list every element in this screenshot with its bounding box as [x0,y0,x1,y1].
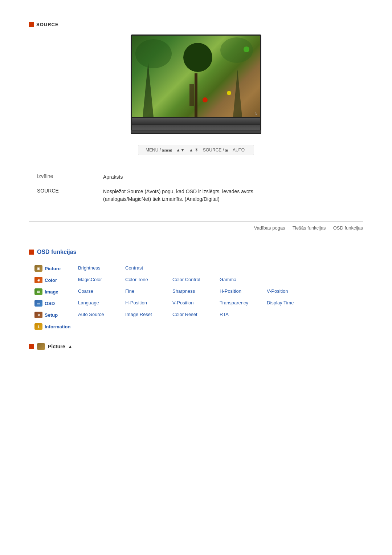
menu-cell-imagereset[interactable]: Image Reset [123,309,171,321]
vposition-img-link[interactable]: V-Position [267,288,288,294]
rta-link[interactable]: RTA [220,312,229,317]
setup-label: Setup [45,312,58,318]
menu-cell-contrast[interactable]: Contrast [123,263,171,274]
menu-cell-info-empty-3 [171,321,218,332]
colortone-link[interactable]: Color Tone [125,277,148,282]
colorcontrol-link[interactable]: Color Control [172,277,200,282]
monitor-base-bar [131,118,261,125]
ctrl-auto: AUTO [233,147,245,153]
menu-cell-info-empty-2 [123,321,171,332]
pic-nav-arrow: ▲ [68,344,72,349]
nav-divider-container: Vadības pogas Tiešās funkcijas OSD funkc… [29,221,363,231]
colorreset-link[interactable]: Color Reset [172,312,197,317]
menu-cell-gamma[interactable]: Gamma [218,274,265,286]
menu-cell-colorcontrol[interactable]: Color Control [171,274,218,286]
menu-cell-vposition-osd[interactable]: V-Position [171,297,218,309]
menu-cell-sharpness[interactable]: Sharpness [171,286,218,297]
hposition-osd-link[interactable]: H-Position [125,300,147,305]
pic-nav-source-icon [29,344,34,349]
menu-category-color[interactable]: ◉ Color [33,274,76,286]
osd-cat-icon: ▬ [34,300,42,307]
contrast-link[interactable]: Contrast [125,265,143,271]
menu-cell-coarse[interactable]: Coarse [76,286,123,297]
source-header: SOURCE [29,22,363,27]
menu-cell-info-empty-5 [265,321,312,332]
autosource-link[interactable]: Auto Source [78,312,104,317]
menu-cell-empty-2 [218,263,265,274]
monitor-foot [131,130,261,134]
menu-cell-transparency[interactable]: Transparency [218,297,265,309]
col-desc-header: Apraksts [96,170,362,184]
sharpness-link[interactable]: Sharpness [172,288,195,294]
fine-link[interactable]: Fine [125,288,134,294]
vposition-osd-link[interactable]: V-Position [172,300,194,305]
imagereset-link[interactable]: Image Reset [125,312,152,317]
source-icon [29,22,34,27]
menu-cell-magiccolor[interactable]: MagicColor [76,274,123,286]
info-label: Information [45,324,71,329]
table-cell-menu: SOURCE [30,185,95,206]
brightness-link[interactable]: Brightness [78,265,100,271]
menu-cell-rta[interactable]: RTA [218,309,265,321]
menu-cell-displaytime[interactable]: Display Time [265,297,312,309]
ctrl-source: SOURCE / ▣ [203,147,228,153]
picture-icon: ▣ [34,265,42,272]
menu-cell-info-empty-1 [76,321,123,332]
hposition-img-link[interactable]: H-Position [220,288,241,294]
menu-cell-hposition-img[interactable]: H-Position [218,286,265,297]
menu-cell-vposition-img[interactable]: V-Position [265,286,312,297]
ctrl-brightness: ▲ ☀ [189,147,199,153]
table-cell-desc: Nospiežot Source (Avots) pogu, kad OSD i… [96,185,362,206]
image-icon: ▤ [34,288,42,295]
transparency-link[interactable]: Transparency [220,300,248,305]
ctrl-menu: MENU / ▣▣▣ [146,147,172,153]
menu-cell-brightness[interactable]: Brightness [76,263,123,274]
ctrl-arrows: ▲▼ [176,147,185,153]
menu-grid: ▣ Picture Brightness Contrast ◉ Color Ma… [29,263,363,332]
nav-link-osd[interactable]: OSD funkcijas [333,225,363,231]
screen-ball-red [203,97,208,102]
language-link[interactable]: Language [78,300,99,305]
monitor-container: 5 [29,35,363,134]
monitor-num: 5 [255,112,257,116]
screen-tree-left [143,62,154,117]
controls-bar: MENU / ▣▣▣ ▲▼ ▲ ☀ SOURCE / ▣ AUTO [138,145,254,155]
gamma-link[interactable]: Gamma [220,277,236,282]
menu-cell-colortone[interactable]: Color Tone [123,274,171,286]
pic-nav-img-icon [37,343,45,350]
menu-category-picture[interactable]: ▣ Picture [33,263,76,274]
menu-cell-colorreset[interactable]: Color Reset [171,309,218,321]
magiccolor-link[interactable]: MagicColor [78,277,102,282]
info-table: Izvēlne Apraksts SOURCE Nospiežot Source… [29,170,363,207]
menu-cell-empty-1 [171,263,218,274]
osd-icon [29,250,34,255]
screen-ball-green [244,46,249,52]
menu-cell-language[interactable]: Language [76,297,123,309]
menu-cell-autosource[interactable]: Auto Source [76,309,123,321]
menu-category-osd[interactable]: ▬ OSD [33,297,76,309]
menu-cell-hposition-osd[interactable]: H-Position [123,297,171,309]
osd-section: OSD funkcijas ▣ Picture Brightness Contr… [29,249,363,350]
nav-link-vadibas[interactable]: Vadības pogas [254,225,285,231]
menu-category-image[interactable]: ▤ Image [33,286,76,297]
table-header-row: Izvēlne Apraksts [30,170,362,184]
menu-category-info[interactable]: ℹ Information [33,321,76,332]
menu-cell-info-empty-4 [218,321,265,332]
osd-title: OSD funkcijas [37,249,76,255]
menu-cell-empty-3 [265,263,312,274]
controls-bar-container: MENU / ▣▣▣ ▲▼ ▲ ☀ SOURCE / ▣ AUTO [29,145,363,155]
screen-tree-right [233,70,242,117]
monitor-wrapper: 5 [131,35,261,134]
table-row: SOURCE Nospiežot Source (Avots) pogu, ka… [30,185,362,206]
osd-header: OSD funkcijas [29,249,363,255]
menu-category-setup[interactable]: ⚙ Setup [33,309,76,321]
nav-link-tieshas[interactable]: Tiešās funkcijas [293,225,326,231]
menu-cell-fine[interactable]: Fine [123,286,171,297]
nav-divider [29,221,363,222]
coarse-link[interactable]: Coarse [78,288,93,294]
image-label: Image [45,289,58,295]
nav-links: Vadības pogas Tiešās funkcijas OSD funkc… [29,225,363,231]
monitor-screen: 5 [131,35,261,118]
displaytime-link[interactable]: Display Time [267,300,294,305]
info-icon: ℹ [34,323,42,330]
